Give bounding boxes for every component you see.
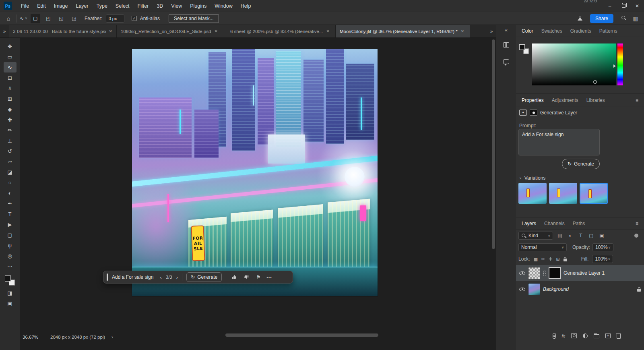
home-icon[interactable]: ⌂ <box>4 15 13 22</box>
pixel-layer-filter-icon[interactable]: ▤ <box>556 233 564 238</box>
generate-button[interactable]: ↻ Generate <box>562 159 600 169</box>
intersect-selection-button[interactable]: ◲ <box>69 14 79 23</box>
link-layers-icon[interactable] <box>553 333 555 338</box>
lock-position-icon[interactable]: ✛ <box>549 257 552 262</box>
add-to-selection-button[interactable]: ◰ <box>43 14 53 23</box>
document-image[interactable]: FOR AIL SLE <box>132 49 378 296</box>
subtract-from-selection-button[interactable]: ◱ <box>56 14 66 23</box>
zoom-level[interactable]: 36.67% <box>23 335 38 340</box>
blend-mode-dropdown[interactable]: Normal ∨ <box>518 243 567 251</box>
dodge-tool[interactable]: ◐ <box>4 188 17 198</box>
tab-swatches[interactable]: Swatches <box>537 28 566 34</box>
filter-kind-dropdown[interactable]: Kind ∨ <box>518 232 553 240</box>
select-and-mask-button[interactable]: Select and Mask... <box>169 14 219 23</box>
delete-layer-icon[interactable] <box>617 334 621 339</box>
close-button[interactable]: ✕ <box>630 0 644 12</box>
screen-mode-toggle[interactable]: ▣ <box>4 298 17 309</box>
layer-style-fx-icon[interactable]: fx <box>561 333 565 338</box>
contextual-task-bar[interactable]: Add a For sale sign ‹ 3/3 › ↻ Generate ⚑… <box>103 271 293 284</box>
new-selection-button[interactable]: ▢ <box>31 14 40 23</box>
lasso-tool[interactable]: ∿ <box>4 62 17 72</box>
close-tab-icon[interactable]: ✕ <box>461 29 464 33</box>
move-tool[interactable]: ✥ <box>4 41 17 52</box>
menu-edit[interactable]: Edit <box>33 0 50 12</box>
type-layer-filter-icon[interactable]: T <box>577 233 584 238</box>
lock-all-icon[interactable] <box>564 259 567 261</box>
menu-filter[interactable]: Filter <box>134 0 153 12</box>
menu-3d[interactable]: 3D <box>153 0 167 12</box>
search-icon[interactable] <box>619 15 628 22</box>
variations-header[interactable]: ∨ Variations <box>519 175 545 181</box>
menu-select[interactable]: Select <box>111 0 134 12</box>
smart-object-filter-icon[interactable]: ▣ <box>598 233 605 238</box>
rectangular-marquee-tool[interactable]: ▭ <box>4 52 17 62</box>
tab-libraries[interactable]: Libraries <box>582 97 609 103</box>
layer-thumbnail[interactable] <box>528 267 540 279</box>
layer-name[interactable]: Background <box>543 286 569 292</box>
generate-button[interactable]: ↻ Generate <box>186 272 222 282</box>
menu-plugins[interactable]: Plugins <box>186 0 211 12</box>
tab-properties[interactable]: Properties <box>518 97 548 103</box>
path-selection-tool[interactable]: ▶ <box>4 219 17 230</box>
new-layer-icon[interactable] <box>605 333 611 338</box>
fill-dropdown[interactable]: 100% ∨ <box>592 255 613 263</box>
tab-paths[interactable]: Paths <box>569 221 589 226</box>
canvas-area[interactable]: FOR AIL SLE Add a For sale sign ‹ 3/3 › … <box>20 38 496 331</box>
menu-window[interactable]: Window <box>211 0 236 12</box>
comments-panel-icon[interactable] <box>500 56 512 67</box>
menu-help[interactable]: Help <box>237 0 255 12</box>
drag-handle[interactable] <box>107 273 108 281</box>
mask-link-icon[interactable] <box>543 271 546 276</box>
panel-menu-icon[interactable]: ≡ <box>636 221 642 226</box>
expand-panels-icon[interactable]: « <box>505 27 508 33</box>
color-picker-cursor[interactable] <box>593 80 597 84</box>
more-options-icon[interactable]: ••• <box>266 275 272 280</box>
variation-thumbnail-2[interactable] <box>549 183 577 204</box>
tab-patterns[interactable]: Patterns <box>595 28 621 34</box>
thumbs-down-icon[interactable] <box>242 274 250 280</box>
tab-overflow-button[interactable]: » <box>487 25 496 37</box>
panel-menu-icon[interactable]: ≡ <box>636 97 642 103</box>
clone-stamp-tool[interactable]: ⊥ <box>4 135 17 146</box>
document-tab-active[interactable]: MoonColony.jfif @ 36.7% (Generative Laye… <box>336 25 470 37</box>
zoom-tool[interactable]: ◎ <box>4 251 17 261</box>
hand-tool[interactable]: ψ <box>4 240 17 251</box>
menu-view[interactable]: View <box>167 0 186 12</box>
tab-gradients[interactable]: Gradients <box>566 28 595 34</box>
tab-color[interactable]: Color <box>518 28 537 34</box>
tab-scroll-left[interactable]: » <box>0 25 9 37</box>
new-adjustment-layer-icon[interactable] <box>583 333 588 338</box>
tab-adjustments[interactable]: Adjustments <box>548 97 582 103</box>
close-tab-icon[interactable]: ✕ <box>109 29 112 33</box>
layer-name[interactable]: Generative Layer 1 <box>564 270 605 276</box>
lock-transparency-icon[interactable]: ▦ <box>534 257 538 262</box>
flag-icon[interactable]: ⚑ <box>254 274 262 280</box>
panel-color-swatches[interactable] <box>519 44 530 55</box>
new-group-icon[interactable] <box>594 334 599 338</box>
hue-slider[interactable] <box>617 43 623 85</box>
close-tab-icon[interactable]: ✕ <box>326 29 329 33</box>
anti-alias-checkbox[interactable]: ✓ <box>132 16 137 21</box>
blur-tool[interactable]: ○ <box>4 177 17 188</box>
thumbs-up-icon[interactable] <box>230 274 238 280</box>
feather-input[interactable] <box>106 14 124 23</box>
restore-button[interactable] <box>617 0 630 12</box>
edit-toolbar-button[interactable]: ⋯ <box>4 261 17 271</box>
eyedropper-tool[interactable]: ◆ <box>4 104 17 114</box>
generator-panel-icon[interactable] <box>500 39 512 50</box>
menu-file[interactable]: File <box>17 0 33 12</box>
layer-row-generative[interactable]: Generative Layer 1 <box>516 265 644 281</box>
document-tab-3[interactable]: 6 sheet @ 200%.psb @ 83.4% (Generative..… <box>226 25 336 37</box>
close-tab-icon[interactable]: ✕ <box>214 29 217 33</box>
beta-flask-icon[interactable] <box>576 15 584 22</box>
pen-tool[interactable]: ✒ <box>4 198 17 209</box>
visibility-eye-icon[interactable] <box>519 288 525 291</box>
visibility-eye-icon[interactable] <box>519 271 525 275</box>
lock-pixels-icon[interactable]: ✏ <box>541 257 545 262</box>
layer-row-background[interactable]: Background <box>516 281 644 297</box>
prompt-textarea[interactable]: Add a For sale sign <box>518 129 600 155</box>
rectangle-tool[interactable]: ▢ <box>4 230 17 240</box>
menu-image[interactable]: Image <box>50 0 72 12</box>
menu-type[interactable]: Type <box>93 0 111 12</box>
frame-tool[interactable]: ⊞ <box>4 93 17 104</box>
